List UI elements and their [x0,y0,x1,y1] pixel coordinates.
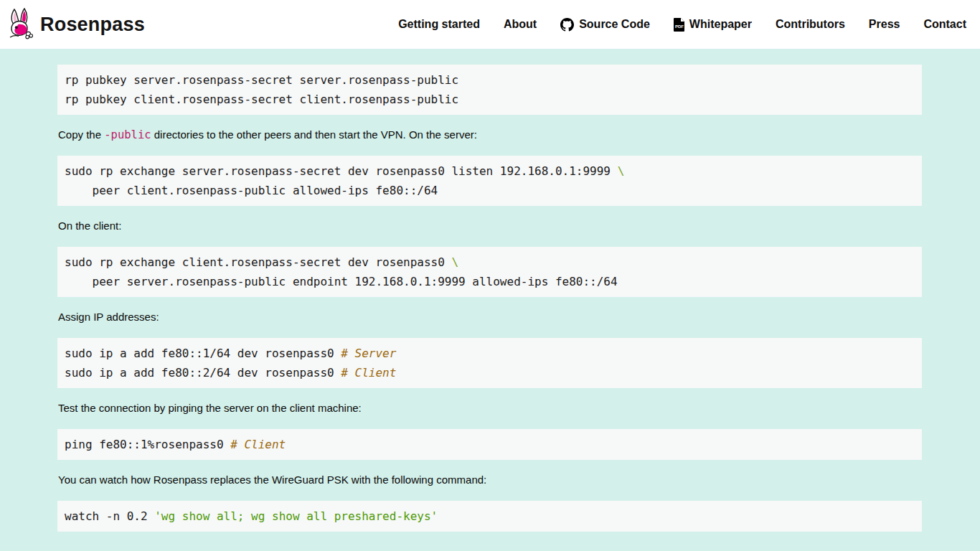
code-block: watch -n 0.2 'wg show all; wg show all p… [57,501,922,532]
nav-item-label: About [504,18,537,31]
brand-name: Rosenpass [40,14,145,36]
paragraph: Test the connection by pinging the serve… [58,401,922,415]
code-segment-plain: sudo ip a add fe80::1/64 dev rosenpass0 [65,347,341,360]
code-segment-comment: # Server [341,347,396,360]
site-header: Rosenpass Getting startedAboutSource Cod… [0,0,980,49]
code-segment-string: 'wg show all; wg show all preshared-keys… [154,509,438,523]
brand-link[interactable]: Rosenpass [6,8,145,41]
code-segment-comment: # Client [341,366,396,380]
nav-item-whitepaper[interactable]: PDFWhitepaper [674,18,752,32]
code-block: sudo rp exchange server.rosenpass-secret… [57,156,922,206]
paragraph-text: Test the connection by pinging the serve… [58,402,362,414]
code-segment-plain: rp pubkey server.rosenpass-secret server… [65,73,458,87]
code-segment-plain: sudo ip a add fe80::2/64 dev rosenpass0 [65,366,341,380]
code-segment-plain: peer server.rosenpass-public endpoint 19… [65,275,618,288]
rosenpass-bunny-logo-icon [6,8,34,41]
code-line: peer server.rosenpass-public endpoint 19… [65,272,915,291]
code-segment-esc: \ [451,255,458,269]
main-content: rp pubkey server.rosenpass-secret server… [0,49,980,532]
svg-text:PDF: PDF [675,24,684,29]
code-segment-plain: rp pubkey client.rosenpass-secret client… [65,93,458,106]
paragraph-text: On the client: [58,220,121,232]
code-line: rp pubkey server.rosenpass-secret server… [65,70,915,90]
nav-item-label: Whitepaper [689,18,752,31]
inline-code: -public [104,128,151,141]
nav-item-label: Contact [923,18,966,31]
code-line: sudo ip a add fe80::1/64 dev rosenpass0 … [65,344,915,363]
nav-item-contact[interactable]: Contact [923,18,966,31]
nav-item-label: Getting started [398,18,480,31]
main-nav: Getting startedAboutSource CodePDFWhitep… [398,18,966,32]
code-block: ping fe80::1%rosenpass0 # Client [57,429,922,460]
nav-item-contributors[interactable]: Contributors [776,18,845,31]
code-segment-plain: sudo rp exchange server.rosenpass-secret… [65,164,618,178]
code-block: sudo rp exchange client.rosenpass-secret… [57,247,922,297]
paragraph: You can watch how Rosenpass replaces the… [58,473,922,487]
paragraph-text: Copy the [58,128,104,141]
nav-item-label: Source Code [579,18,650,31]
code-segment-plain: sudo rp exchange client.rosenpass-secret… [65,255,451,269]
nav-item-getting-started[interactable]: Getting started [398,18,480,31]
code-segment-comment: # Client [230,438,286,451]
code-line: sudo rp exchange server.rosenpass-secret… [65,161,915,181]
paragraph: Assign IP addresses: [58,310,922,324]
code-segment-plain: peer client.rosenpass-public allowed-ips… [65,184,438,197]
code-line: peer client.rosenpass-public allowed-ips… [65,181,915,200]
code-segment-plain: watch -n 0.2 [65,509,154,523]
paragraph-text: Assign IP addresses: [58,311,159,323]
code-block: sudo ip a add fe80::1/64 dev rosenpass0 … [57,338,922,388]
nav-item-source-code[interactable]: Source Code [560,18,650,32]
nav-item-about[interactable]: About [504,18,537,31]
code-block: rp pubkey server.rosenpass-secret server… [57,65,922,115]
nav-item-label: Contributors [776,18,845,31]
paragraph-text: You can watch how Rosenpass replaces the… [58,474,486,486]
nav-item-label: Press [869,18,900,31]
code-line: sudo ip a add fe80::2/64 dev rosenpass0 … [65,363,915,382]
code-line: rp pubkey client.rosenpass-secret client… [65,90,915,109]
code-segment-plain: ping fe80::1%rosenpass0 [65,438,230,451]
code-segment-esc: \ [618,164,625,178]
pdf-icon: PDF [674,18,684,32]
code-line: sudo rp exchange client.rosenpass-secret… [65,253,915,272]
paragraph: On the client: [58,219,922,233]
paragraph-text: directories to the other peers and then … [151,128,477,141]
code-line: ping fe80::1%rosenpass0 # Client [65,435,915,454]
paragraph: Copy the -public directories to the othe… [58,128,922,142]
code-line: watch -n 0.2 'wg show all; wg show all p… [65,507,915,526]
github-icon [560,18,574,32]
nav-item-press[interactable]: Press [869,18,900,31]
